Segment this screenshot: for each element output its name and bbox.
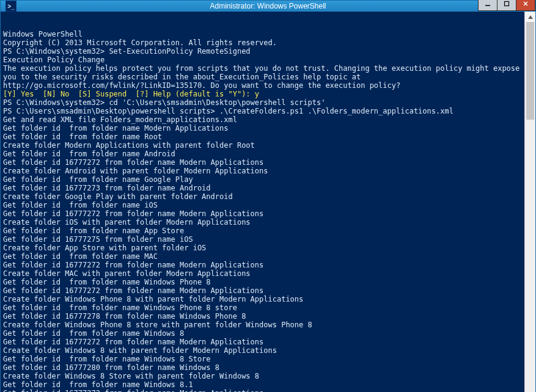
console-line: Get folder id 16777272 from folder name … — [3, 338, 522, 346]
svg-marker-4 — [528, 15, 533, 19]
console-line: Get folder id 16777272 from folder name … — [3, 158, 522, 167]
console-line: Get folder id 16777278 from folder name … — [3, 312, 522, 321]
console-line: Get folder id from folder name Windows 8… — [3, 355, 522, 363]
console-line: Create folder Windows Phone 8 store with… — [3, 321, 522, 329]
powershell-window: >_ Administrator: Windows PowerShell Win… — [0, 0, 536, 392]
console-line: Create folder Windows Phone 8 with paren… — [3, 295, 522, 303]
console-output[interactable]: Windows PowerShellCopyright (C) 2013 Mic… — [1, 12, 524, 392]
console-line: PS C:\Users\smsadmin\Desktop\powershell … — [3, 107, 522, 115]
console-line: PS C:\Windows\system32> Set-ExecutionPol… — [3, 47, 522, 56]
console-line: Windows PowerShell — [3, 30, 522, 38]
console-line: Create folder iOS with parent folder Mod… — [3, 218, 522, 227]
vertical-scrollbar[interactable] — [524, 12, 535, 392]
console-line: http://go.microsoft.com/fwlink/?LinkID=1… — [3, 81, 522, 90]
console-line: Get folder id from folder name App Store — [3, 227, 522, 235]
window-controls — [479, 0, 535, 10]
console-line: Create folder App Store with parent fold… — [3, 244, 522, 252]
console-line: Get and read XML file Folders_modern_app… — [3, 115, 522, 124]
console-line: Get folder id from folder name Windows P… — [3, 303, 522, 312]
console-line: Get folder id from folder name iOS — [3, 201, 522, 209]
console-line: Create folder Windows 8 Store with paren… — [3, 372, 522, 380]
console-line: Execution Policy Change — [3, 56, 522, 64]
console-line: Get folder id from folder name Windows 8 — [3, 329, 522, 338]
console-line: Get folder id from folder name Root — [3, 132, 522, 141]
console-line: The execution policy helps protect you f… — [3, 64, 522, 73]
console-line: you to the security risks described in t… — [3, 73, 522, 81]
console-line: [Y] Yes [N] No [S] Suspend [?] Help (def… — [3, 90, 522, 98]
console-line: Create folder Google Play with parent fo… — [3, 192, 522, 201]
client-area: Windows PowerShellCopyright (C) 2013 Mic… — [1, 12, 535, 392]
scrollbar-track[interactable] — [525, 22, 535, 392]
console-line: Get folder id 16777272 from folder name … — [3, 209, 522, 218]
console-line: Create folder Android with parent folder… — [3, 167, 522, 175]
close-icon — [523, 1, 529, 7]
close-button[interactable] — [516, 0, 535, 11]
console-line: Get folder id 16777272 from folder name … — [3, 261, 522, 269]
console-line: Create folder MAC with parent folder Mod… — [3, 269, 522, 278]
console-line: Get folder id from folder name Android — [3, 150, 522, 158]
scrollbar-thumb[interactable] — [526, 22, 534, 120]
console-line: Get folder id from folder name Modern Ap… — [3, 124, 522, 132]
console-line: Copyright (C) 2013 Microsoft Corporation… — [3, 38, 522, 47]
console-line: Get folder id 16777273 from folder name … — [3, 184, 522, 192]
maximize-icon — [504, 1, 510, 7]
console-line: PS C:\Windows\system32> cd 'C:\Users\sms… — [3, 98, 522, 107]
console-line: Create folder Windows 8 with parent fold… — [3, 346, 522, 355]
minimize-button[interactable] — [478, 0, 497, 11]
console-line: Create folder Modern Applications with p… — [3, 141, 522, 150]
chevron-up-icon — [528, 15, 533, 19]
minimize-icon — [485, 1, 491, 7]
scroll-up-button[interactable] — [525, 12, 535, 22]
powershell-icon: >_ — [6, 1, 17, 12]
console-line: Get folder id 16777275 from folder name … — [3, 235, 522, 244]
svg-rect-1 — [505, 2, 509, 6]
console-line: Get folder id 16777272 from folder name … — [3, 286, 522, 295]
maximize-button[interactable] — [497, 0, 516, 11]
console-line: Get folder id 16777280 from folder name … — [3, 363, 522, 372]
titlebar[interactable]: >_ Administrator: Windows PowerShell — [1, 1, 535, 12]
window-title: Administrator: Windows PowerShell — [1, 2, 535, 10]
console-line: Get folder id 16777272 from folder name … — [3, 389, 522, 392]
console-line: Get folder id from folder name MAC — [3, 252, 522, 261]
console-line: Get folder id from folder name Google Pl… — [3, 175, 522, 184]
console-line: Get folder id from folder name Windows 8… — [3, 380, 522, 389]
console-line: Get folder id from folder name Windows P… — [3, 278, 522, 286]
